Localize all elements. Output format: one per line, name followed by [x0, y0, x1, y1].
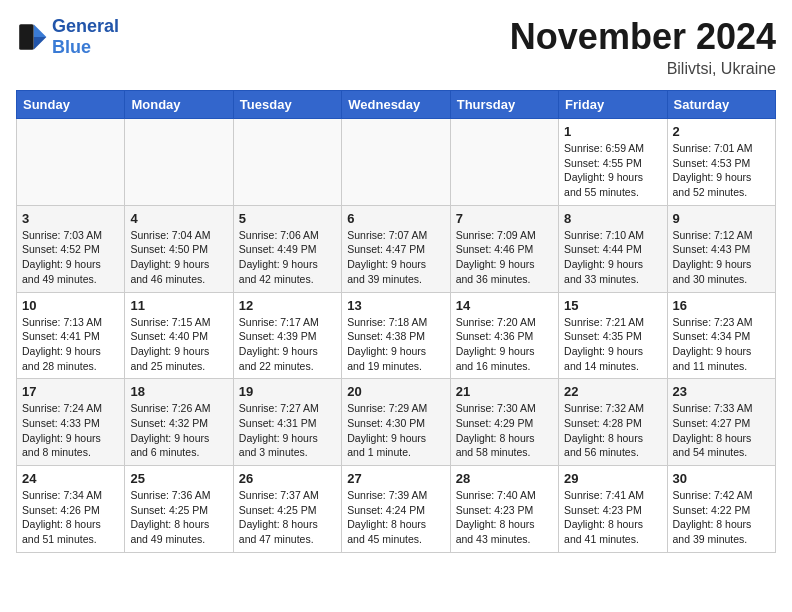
day-info: Sunrise: 7:12 AM Sunset: 4:43 PM Dayligh… [673, 228, 770, 287]
svg-marker-1 [34, 37, 47, 50]
calendar-day-30: 30Sunrise: 7:42 AM Sunset: 4:22 PM Dayli… [667, 466, 775, 553]
calendar-day-4: 4Sunrise: 7:04 AM Sunset: 4:50 PM Daylig… [125, 205, 233, 292]
day-number: 6 [347, 211, 444, 226]
weekday-header-thursday: Thursday [450, 91, 558, 119]
calendar-day-26: 26Sunrise: 7:37 AM Sunset: 4:25 PM Dayli… [233, 466, 341, 553]
calendar-week-4: 17Sunrise: 7:24 AM Sunset: 4:33 PM Dayli… [17, 379, 776, 466]
calendar-week-5: 24Sunrise: 7:34 AM Sunset: 4:26 PM Dayli… [17, 466, 776, 553]
calendar-day-15: 15Sunrise: 7:21 AM Sunset: 4:35 PM Dayli… [559, 292, 667, 379]
day-number: 4 [130, 211, 227, 226]
calendar-week-1: 1Sunrise: 6:59 AM Sunset: 4:55 PM Daylig… [17, 119, 776, 206]
day-info: Sunrise: 7:40 AM Sunset: 4:23 PM Dayligh… [456, 488, 553, 547]
calendar-table: SundayMondayTuesdayWednesdayThursdayFrid… [16, 90, 776, 553]
day-number: 22 [564, 384, 661, 399]
calendar-day-17: 17Sunrise: 7:24 AM Sunset: 4:33 PM Dayli… [17, 379, 125, 466]
calendar-day-21: 21Sunrise: 7:30 AM Sunset: 4:29 PM Dayli… [450, 379, 558, 466]
weekday-header-saturday: Saturday [667, 91, 775, 119]
day-info: Sunrise: 7:34 AM Sunset: 4:26 PM Dayligh… [22, 488, 119, 547]
day-number: 8 [564, 211, 661, 226]
day-info: Sunrise: 7:04 AM Sunset: 4:50 PM Dayligh… [130, 228, 227, 287]
calendar-day-16: 16Sunrise: 7:23 AM Sunset: 4:34 PM Dayli… [667, 292, 775, 379]
calendar-day-19: 19Sunrise: 7:27 AM Sunset: 4:31 PM Dayli… [233, 379, 341, 466]
day-number: 20 [347, 384, 444, 399]
calendar-day-27: 27Sunrise: 7:39 AM Sunset: 4:24 PM Dayli… [342, 466, 450, 553]
calendar-day-empty [233, 119, 341, 206]
day-number: 23 [673, 384, 770, 399]
calendar-day-7: 7Sunrise: 7:09 AM Sunset: 4:46 PM Daylig… [450, 205, 558, 292]
day-info: Sunrise: 7:36 AM Sunset: 4:25 PM Dayligh… [130, 488, 227, 547]
calendar-day-20: 20Sunrise: 7:29 AM Sunset: 4:30 PM Dayli… [342, 379, 450, 466]
weekday-header-sunday: Sunday [17, 91, 125, 119]
calendar-day-11: 11Sunrise: 7:15 AM Sunset: 4:40 PM Dayli… [125, 292, 233, 379]
day-info: Sunrise: 7:29 AM Sunset: 4:30 PM Dayligh… [347, 401, 444, 460]
svg-rect-2 [19, 24, 33, 50]
weekday-header-tuesday: Tuesday [233, 91, 341, 119]
day-number: 24 [22, 471, 119, 486]
day-number: 2 [673, 124, 770, 139]
location: Bilivtsi, Ukraine [510, 60, 776, 78]
day-number: 3 [22, 211, 119, 226]
day-number: 25 [130, 471, 227, 486]
calendar-day-empty [450, 119, 558, 206]
day-info: Sunrise: 7:18 AM Sunset: 4:38 PM Dayligh… [347, 315, 444, 374]
calendar-day-18: 18Sunrise: 7:26 AM Sunset: 4:32 PM Dayli… [125, 379, 233, 466]
day-number: 9 [673, 211, 770, 226]
day-number: 16 [673, 298, 770, 313]
day-info: Sunrise: 7:09 AM Sunset: 4:46 PM Dayligh… [456, 228, 553, 287]
header: General Blue November 2024 Bilivtsi, Ukr… [16, 16, 776, 78]
day-info: Sunrise: 7:07 AM Sunset: 4:47 PM Dayligh… [347, 228, 444, 287]
day-number: 18 [130, 384, 227, 399]
calendar-day-3: 3Sunrise: 7:03 AM Sunset: 4:52 PM Daylig… [17, 205, 125, 292]
day-info: Sunrise: 7:23 AM Sunset: 4:34 PM Dayligh… [673, 315, 770, 374]
month-title: November 2024 [510, 16, 776, 58]
day-info: Sunrise: 7:15 AM Sunset: 4:40 PM Dayligh… [130, 315, 227, 374]
day-info: Sunrise: 7:01 AM Sunset: 4:53 PM Dayligh… [673, 141, 770, 200]
day-number: 11 [130, 298, 227, 313]
day-info: Sunrise: 7:33 AM Sunset: 4:27 PM Dayligh… [673, 401, 770, 460]
day-number: 29 [564, 471, 661, 486]
calendar-day-empty [342, 119, 450, 206]
day-info: Sunrise: 7:30 AM Sunset: 4:29 PM Dayligh… [456, 401, 553, 460]
calendar-week-3: 10Sunrise: 7:13 AM Sunset: 4:41 PM Dayli… [17, 292, 776, 379]
day-number: 30 [673, 471, 770, 486]
day-number: 28 [456, 471, 553, 486]
calendar-header: SundayMondayTuesdayWednesdayThursdayFrid… [17, 91, 776, 119]
calendar-day-5: 5Sunrise: 7:06 AM Sunset: 4:49 PM Daylig… [233, 205, 341, 292]
calendar-day-25: 25Sunrise: 7:36 AM Sunset: 4:25 PM Dayli… [125, 466, 233, 553]
calendar-day-empty [17, 119, 125, 206]
calendar-day-9: 9Sunrise: 7:12 AM Sunset: 4:43 PM Daylig… [667, 205, 775, 292]
calendar-day-24: 24Sunrise: 7:34 AM Sunset: 4:26 PM Dayli… [17, 466, 125, 553]
calendar-day-6: 6Sunrise: 7:07 AM Sunset: 4:47 PM Daylig… [342, 205, 450, 292]
day-number: 12 [239, 298, 336, 313]
title-block: November 2024 Bilivtsi, Ukraine [510, 16, 776, 78]
day-number: 19 [239, 384, 336, 399]
calendar-day-13: 13Sunrise: 7:18 AM Sunset: 4:38 PM Dayli… [342, 292, 450, 379]
day-info: Sunrise: 7:21 AM Sunset: 4:35 PM Dayligh… [564, 315, 661, 374]
calendar-body: 1Sunrise: 6:59 AM Sunset: 4:55 PM Daylig… [17, 119, 776, 553]
day-info: Sunrise: 7:03 AM Sunset: 4:52 PM Dayligh… [22, 228, 119, 287]
day-info: Sunrise: 7:10 AM Sunset: 4:44 PM Dayligh… [564, 228, 661, 287]
day-info: Sunrise: 7:42 AM Sunset: 4:22 PM Dayligh… [673, 488, 770, 547]
day-info: Sunrise: 7:27 AM Sunset: 4:31 PM Dayligh… [239, 401, 336, 460]
calendar-day-22: 22Sunrise: 7:32 AM Sunset: 4:28 PM Dayli… [559, 379, 667, 466]
day-number: 26 [239, 471, 336, 486]
logo-icon [16, 21, 48, 53]
day-number: 21 [456, 384, 553, 399]
day-number: 10 [22, 298, 119, 313]
day-number: 5 [239, 211, 336, 226]
calendar-day-23: 23Sunrise: 7:33 AM Sunset: 4:27 PM Dayli… [667, 379, 775, 466]
calendar-day-28: 28Sunrise: 7:40 AM Sunset: 4:23 PM Dayli… [450, 466, 558, 553]
svg-marker-0 [34, 24, 47, 37]
weekday-header-friday: Friday [559, 91, 667, 119]
day-info: Sunrise: 6:59 AM Sunset: 4:55 PM Dayligh… [564, 141, 661, 200]
calendar-day-14: 14Sunrise: 7:20 AM Sunset: 4:36 PM Dayli… [450, 292, 558, 379]
calendar-day-empty [125, 119, 233, 206]
weekday-header-wednesday: Wednesday [342, 91, 450, 119]
day-number: 14 [456, 298, 553, 313]
calendar-week-2: 3Sunrise: 7:03 AM Sunset: 4:52 PM Daylig… [17, 205, 776, 292]
day-info: Sunrise: 7:26 AM Sunset: 4:32 PM Dayligh… [130, 401, 227, 460]
day-info: Sunrise: 7:39 AM Sunset: 4:24 PM Dayligh… [347, 488, 444, 547]
day-number: 27 [347, 471, 444, 486]
day-info: Sunrise: 7:32 AM Sunset: 4:28 PM Dayligh… [564, 401, 661, 460]
calendar-day-1: 1Sunrise: 6:59 AM Sunset: 4:55 PM Daylig… [559, 119, 667, 206]
